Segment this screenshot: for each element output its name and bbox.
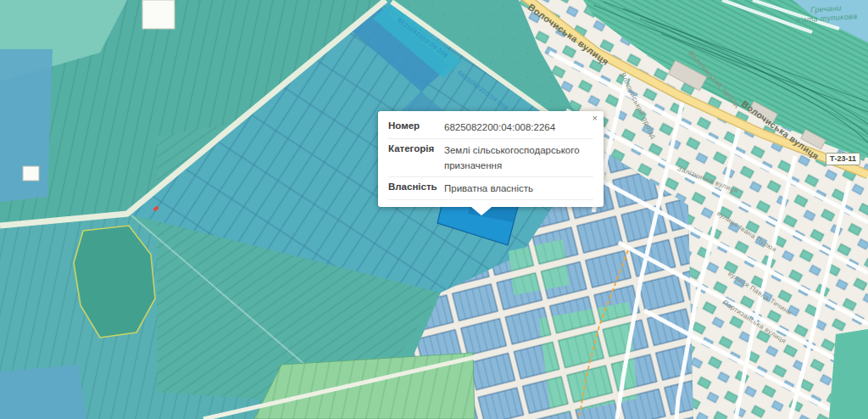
map-canvas[interactable] bbox=[0, 0, 868, 419]
popup-label-category: Категорія bbox=[388, 143, 444, 173]
parcel-blue-bottomleft bbox=[0, 365, 86, 419]
popup-label-ownership: Власність bbox=[388, 182, 444, 196]
popup-row-category: Категорія Землі сільськогосподарського п… bbox=[388, 139, 593, 177]
popup-value-number: 6825082200:04:008:2264 bbox=[444, 120, 593, 135]
popup-pointer bbox=[471, 207, 492, 215]
road-ref-shield: Т-23-11 bbox=[826, 153, 860, 165]
popup-label-number: Номер bbox=[388, 120, 444, 135]
popup-value-ownership: Приватна власність bbox=[444, 182, 593, 196]
building-white-topleft bbox=[142, 0, 175, 29]
popup-row-ownership: Власність Приватна власність bbox=[388, 177, 593, 200]
cadastral-map-view: Волочиська вулиця Волочиський проїзд Вол… bbox=[0, 0, 868, 419]
suburb-plots-teal-1 bbox=[539, 302, 637, 416]
parcel-info-popup: × Номер 6825082200:04:008:2264 Категорія… bbox=[378, 111, 604, 207]
building-white-left bbox=[23, 166, 39, 181]
popup-value-category: Землі сільськогосподарського призначення bbox=[444, 143, 593, 173]
popup-row-number: Номер 6825082200:04:008:2264 bbox=[388, 116, 593, 139]
close-icon[interactable]: × bbox=[593, 114, 598, 123]
